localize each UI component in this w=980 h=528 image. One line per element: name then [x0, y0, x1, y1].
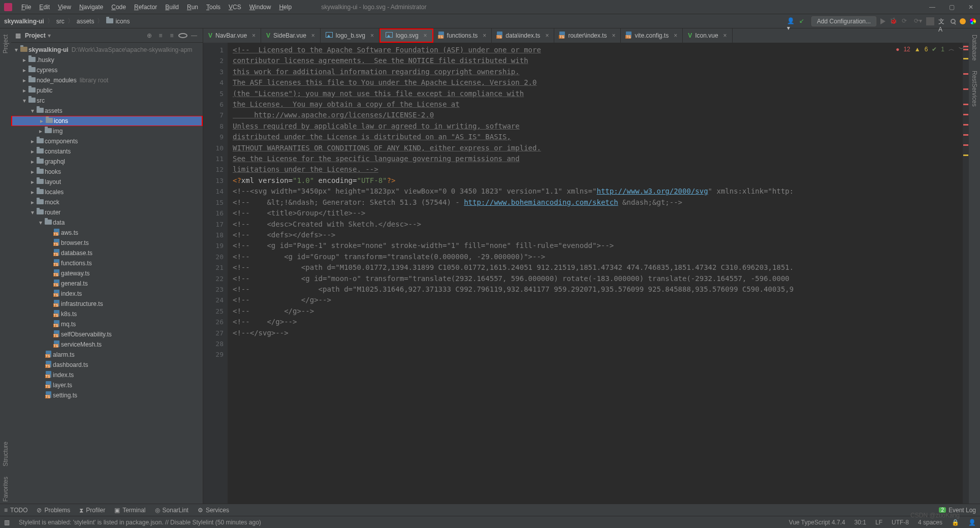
tool-todo[interactable]: ≡TODO	[4, 507, 27, 514]
tree-item-router[interactable]: router	[11, 207, 203, 218]
chevron-icon[interactable]	[29, 138, 36, 145]
editor-tab-logo-svg[interactable]: logo.svg×	[380, 28, 433, 43]
status-tool-icon[interactable]: ▥	[4, 519, 10, 526]
tree-item-index-ts[interactable]: index.ts	[11, 370, 203, 380]
tree-item-locales[interactable]: locales	[11, 187, 203, 197]
tree-item-aws-ts[interactable]: aws.ts	[11, 228, 203, 238]
close-tab-icon[interactable]: ×	[252, 32, 256, 39]
tree-item--husky[interactable]: .husky	[11, 55, 203, 65]
chevron-icon[interactable]	[29, 178, 36, 185]
tree-item-k8s-ts[interactable]: k8s.ts	[11, 309, 203, 319]
run-icon[interactable]	[880, 18, 886, 24]
breadcrumb-item[interactable]: skywalking-ui	[4, 18, 44, 25]
code-with-me-icon[interactable]	[970, 18, 976, 24]
close-tab-icon[interactable]: ×	[723, 32, 727, 39]
side-tab-favorites[interactable]: Favorites	[2, 475, 9, 504]
status-indent[interactable]: 4 spaces	[918, 519, 942, 526]
menu-code[interactable]: Code	[107, 2, 130, 12]
menu-edit[interactable]: Edit	[35, 2, 54, 12]
menu-run[interactable]: Run	[183, 2, 202, 12]
side-tab-project[interactable]: Project	[2, 33, 9, 55]
chevron-icon[interactable]	[39, 117, 45, 125]
close-button[interactable]: ✕	[966, 4, 976, 11]
chevron-icon[interactable]	[38, 128, 44, 135]
chevron-icon[interactable]	[21, 56, 27, 64]
editor-tab-data-index-ts[interactable]: data\index.ts×	[492, 28, 554, 43]
menu-navigate[interactable]: Navigate	[75, 2, 107, 12]
tree-item-layout[interactable]: layout	[11, 177, 203, 187]
chevron-icon[interactable]	[29, 199, 36, 206]
error-stripe[interactable]	[963, 43, 969, 504]
tree-item-setting-ts[interactable]: setting.ts	[11, 390, 203, 400]
tree-item-index-ts[interactable]: index.ts	[11, 289, 203, 299]
menu-build[interactable]: Build	[161, 2, 183, 12]
expand-all-icon[interactable]: ≡	[156, 32, 165, 39]
editor-tab-Icon-vue[interactable]: VIcon.vue×	[683, 28, 732, 43]
tree-item-constants[interactable]: constants	[11, 146, 203, 157]
editor-tab-router-index-ts[interactable]: router\index.ts×	[554, 28, 621, 43]
tree-item-selfObservability-ts[interactable]: selfObservability.ts	[11, 329, 203, 339]
tree-item-graphql[interactable]: graphql	[11, 157, 203, 167]
menu-view[interactable]: View	[54, 2, 75, 12]
add-configuration-button[interactable]: Add Configuration...	[811, 16, 876, 26]
settings-icon[interactable]	[178, 33, 187, 38]
tree-item-layer-ts[interactable]: layer.ts	[11, 380, 203, 390]
tree-item-browser-ts[interactable]: browser.ts	[11, 238, 203, 248]
editor-tab-vite-config-ts[interactable]: vite.config.ts×	[621, 28, 683, 43]
lock-icon[interactable]: 🔒	[952, 519, 959, 526]
tool-sonarlint[interactable]: ◎SonarLint	[155, 507, 188, 514]
prev-highlight-icon[interactable]: ︿	[949, 45, 955, 53]
tree-item-serviceMesh-ts[interactable]: serviceMesh.ts	[11, 339, 203, 350]
inspection-widget[interactable]: ●12 ▲6 ✔1 ︿ ﹀	[896, 45, 965, 53]
event-log-button[interactable]: 2 Event Log	[939, 507, 976, 514]
status-encoding[interactable]: UTF-8	[892, 519, 909, 526]
hide-panel-icon[interactable]: —	[189, 32, 199, 39]
maximize-button[interactable]: ▢	[946, 4, 957, 11]
tree-item-src[interactable]: src	[11, 96, 203, 106]
chevron-icon[interactable]	[21, 87, 27, 94]
tree-item-img[interactable]: img	[11, 126, 203, 136]
tree-item-infrastructure-ts[interactable]: infrastructure.ts	[11, 299, 203, 309]
search-icon[interactable]	[951, 19, 956, 24]
stop-icon[interactable]	[926, 17, 934, 25]
menu-help[interactable]: Help	[275, 2, 296, 12]
ide-status-icon[interactable]	[960, 18, 966, 24]
editor-tab-functions-ts[interactable]: functions.ts×	[433, 28, 492, 43]
chevron-icon[interactable]	[29, 158, 36, 165]
tree-item-alarm-ts[interactable]: alarm.ts	[11, 350, 203, 360]
menu-window[interactable]: Window	[245, 2, 275, 12]
menu-vcs[interactable]: VCS	[225, 2, 245, 12]
breadcrumb-item[interactable]: icons	[106, 18, 130, 25]
tool-profiler[interactable]: ⧗Profiler	[79, 507, 105, 514]
tool-terminal[interactable]: ▣Terminal	[114, 507, 145, 514]
chevron-icon[interactable]	[29, 189, 36, 196]
editor-tab-NavBar-vue[interactable]: VNavBar.vue×	[203, 28, 261, 43]
tool-services[interactable]: ⚙Services	[198, 507, 229, 514]
chevron-icon[interactable]	[29, 107, 36, 114]
chevron-icon[interactable]	[29, 168, 36, 175]
editor-tab-logo_b-svg[interactable]: logo_b.svg×	[321, 28, 380, 43]
chevron-icon[interactable]	[21, 97, 27, 104]
status-line-separator[interactable]: LF	[875, 519, 882, 526]
locate-icon[interactable]: ⊕	[145, 32, 154, 39]
chevron-down-icon[interactable]	[13, 46, 19, 53]
minimize-button[interactable]: —	[927, 4, 937, 11]
project-tree[interactable]: skywalking-ui D:\Work\JavaSpace\apache-s…	[11, 43, 203, 504]
tree-item-data[interactable]: data	[11, 218, 203, 228]
line-gutter[interactable]: 1234567891011121314151617181920212223242…	[203, 43, 228, 504]
collapse-all-icon[interactable]: ≡	[167, 32, 176, 39]
editor-tab-SideBar-vue[interactable]: VSideBar.vue×	[261, 28, 321, 43]
translate-icon[interactable]: 文A	[938, 17, 946, 25]
breadcrumb-item[interactable]: assets	[77, 18, 94, 25]
tree-item-mock[interactable]: mock	[11, 197, 203, 207]
status-lang[interactable]: Vue TypeScript 4.7.4	[789, 519, 845, 526]
close-tab-icon[interactable]: ×	[424, 32, 427, 39]
tree-item-hooks[interactable]: hooks	[11, 167, 203, 177]
chevron-icon[interactable]	[21, 67, 27, 74]
tool-problems[interactable]: ⊘Problems	[37, 507, 70, 514]
tree-item-general-ts[interactable]: general.ts	[11, 278, 203, 289]
status-position[interactable]: 30:1	[855, 519, 866, 526]
tree-item-gateway-ts[interactable]: gateway.ts	[11, 268, 203, 278]
profile-icon[interactable]: ⟳▾	[914, 17, 922, 25]
code-editor[interactable]: <!-- Licensed to the Apache Software Fou…	[228, 43, 963, 504]
